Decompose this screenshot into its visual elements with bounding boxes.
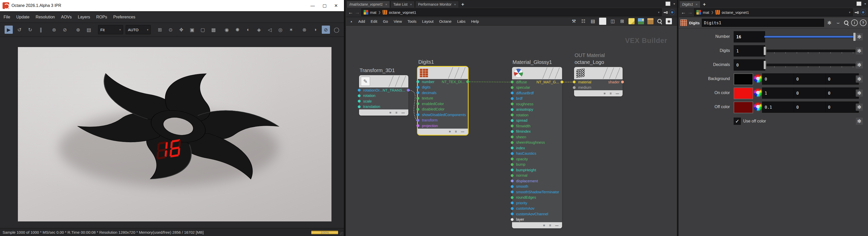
input-port-digits[interactable] [416,86,419,89]
toolbar-expand-icon[interactable]: ▲ [350,20,353,23]
input-port-rotationOr[interactable] [358,89,361,92]
color-wheel-icon[interactable] [753,74,762,83]
input-port-filmindex[interactable] [511,130,514,133]
output-port[interactable] [466,80,469,83]
pane-menu-icon[interactable]: ▾ [674,2,675,6]
snapshot-grid-icon[interactable]: ◫ [610,18,616,24]
menu-edit[interactable]: Edit [371,19,377,24]
input-port-sheenRoughness[interactable] [511,141,514,144]
clay-mode-button[interactable]: ⊘ [61,26,69,34]
input-port-medium[interactable] [573,86,576,89]
color-palette-icon[interactable] [599,18,606,25]
input-port-material[interactable] [573,81,576,83]
tab-close-icon[interactable]: × [454,3,456,6]
on-color-swatch[interactable] [734,87,753,99]
pin-icon[interactable] [663,10,668,14]
flag-debug-icon[interactable]: ≡ [543,224,545,227]
digits-slider[interactable] [764,45,856,56]
pass-alpha-button[interactable]: ⊘ [322,26,330,34]
input-port-normal[interactable] [511,174,514,177]
pick-camera-button[interactable]: ◁ [266,26,274,34]
input-port-hasCaustics[interactable] [511,152,514,155]
pane-maximize-icon[interactable] [857,2,861,6]
node-octane_logo[interactable]: OUT Materialoctane_Logomaterialshadermed… [574,67,623,96]
layout-boxes-icon[interactable]: ⊞ [619,18,625,24]
help-icon[interactable]: ? [860,20,866,26]
output-port[interactable] [561,81,563,83]
input-port-rotation[interactable] [358,94,361,97]
input-port-bumpHeight[interactable] [511,169,514,171]
menu-rops[interactable]: ROPs [96,15,107,20]
param-gear-icon[interactable]: ✻ [856,47,863,55]
input-port-layer[interactable] [511,218,514,221]
node-header[interactable]: ✎ [359,75,408,87]
input-port-number[interactable] [416,80,419,83]
on-color-g-field[interactable]: 0 [794,87,827,99]
render-restart-button[interactable]: ↺ [15,26,24,34]
node-transform_3d1[interactable]: Transform_3D1✎rotationOr...NT_TRANS...ro… [359,75,408,116]
tab-close-icon[interactable]: × [695,3,698,6]
path-current[interactable]: octane_vopnet1 [722,10,749,14]
param-gear-icon[interactable]: ✻ [856,76,863,83]
network-tools-icon[interactable]: ⚒ [571,18,577,24]
param-gear-icon[interactable]: ✻ [856,104,863,111]
render-region-button[interactable]: ▣ [188,26,196,34]
background-color-swatch[interactable] [734,73,753,85]
zoom-region-button[interactable]: ⊙ [166,26,175,34]
render-refresh-button[interactable]: ↻ [26,26,34,34]
on-color-r-field[interactable]: 1 [762,87,796,99]
info-icon[interactable]: i [851,20,858,26]
tab-close-icon[interactable]: × [410,3,412,6]
flag-template-icon[interactable]: = [549,224,551,227]
menu-octane[interactable]: Octane [439,19,452,24]
tab-close-icon[interactable]: × [385,3,388,6]
pass-circle-button[interactable]: ◯ [333,26,341,34]
flag-display-icon[interactable]: — [461,130,464,133]
input-port-translation[interactable] [358,105,361,108]
off-color-r-field[interactable]: 0.1 [762,101,796,113]
radial-menu-icon[interactable] [860,9,866,15]
input-port-filmwidth[interactable] [511,124,514,127]
tab-digits1[interactable]: Digits1 × [679,1,700,8]
input-port-diffuseBrdf[interactable] [511,92,514,94]
menu-aovs[interactable]: AOVs [61,15,72,20]
color-wheel-icon[interactable] [753,88,762,97]
resize-grip[interactable] [340,232,343,235]
input-port-texture[interactable] [416,97,419,100]
menu-view[interactable]: View [394,19,402,24]
forward-arrow-icon[interactable]: → [687,10,692,15]
tab--mat-octane-vopnet1[interactable]: /mat/octane_vopnet1× [346,1,390,8]
input-port-sheen[interactable] [511,136,514,138]
path-current[interactable]: octane_vopnet1 [389,10,416,14]
background-b-field[interactable]: 0 [825,73,859,85]
menu-resolution[interactable]: Resolution [35,15,55,20]
param-gear-icon[interactable]: ✻ [856,61,863,68]
input-port-bump[interactable] [511,163,514,166]
radial-menu-icon[interactable] [669,9,675,15]
path-dropdown-icon[interactable]: ▾ [849,11,850,14]
pin-icon[interactable] [854,10,859,14]
params-path[interactable]: mat ❯ octane_vopnet1 ▾ [694,8,853,16]
save-snapshot-button[interactable]: ⊕ [74,26,82,34]
output-port[interactable] [621,81,624,83]
off-color-swatch[interactable] [734,101,753,113]
network-path[interactable]: mat ❯ octane_vopnet1 ▾ [361,8,662,16]
find-nodes-icon[interactable] [657,19,662,24]
on-color-b-field[interactable]: 0 [825,87,859,99]
input-port-enabledColor[interactable] [416,102,419,105]
decimals-field[interactable]: 0 [734,59,765,70]
off-color-b-field[interactable]: 0 [825,101,859,113]
flag-debug-icon[interactable]: ≡ [390,111,392,114]
node-header[interactable] [418,67,468,79]
path-root[interactable]: mat [703,10,709,14]
input-port-transform[interactable] [416,119,419,122]
spare-parameters-icon[interactable]: ✻ [826,20,833,26]
menu-preferences[interactable]: Preferences [113,15,135,20]
input-port-diffuse[interactable] [511,81,514,83]
pick-object-button[interactable]: ◈ [255,26,263,34]
restart-with-settings-button[interactable]: ⊛ [50,26,58,34]
menu-help[interactable]: Help [471,19,479,24]
pane-splitter[interactable] [677,0,679,236]
image-gallery-button[interactable]: ▤ [85,26,93,34]
pick-focus-button[interactable]: ◉ [223,26,231,34]
